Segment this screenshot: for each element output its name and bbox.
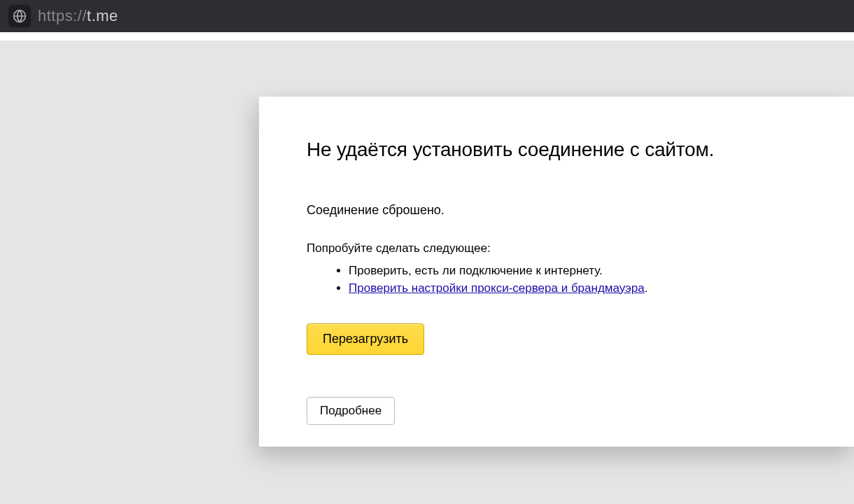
list-item: Проверить, есть ли подключение к интерне…: [349, 262, 812, 280]
site-info-button[interactable]: [8, 5, 31, 27]
error-subtitle: Соединение сброшено.: [307, 203, 812, 218]
error-title: Не удаётся установить соединение с сайто…: [307, 139, 812, 161]
url-display[interactable]: https://t.me: [38, 7, 118, 25]
top-strip: [0, 32, 854, 41]
content-area: Не удаётся установить соединение с сайто…: [0, 41, 854, 504]
error-instructions: Попробуйте сделать следующее:: [307, 241, 812, 255]
list-item-suffix: .: [645, 281, 648, 295]
reload-button[interactable]: Перезагрузить: [307, 323, 424, 355]
error-card: Не удаётся установить соединение с сайто…: [259, 97, 854, 447]
details-button[interactable]: Подробнее: [307, 397, 395, 425]
globe-icon: [13, 9, 27, 23]
error-list: Проверить, есть ли подключение к интерне…: [307, 262, 812, 297]
address-bar[interactable]: https://t.me: [0, 0, 854, 32]
url-host: t.me: [87, 7, 118, 24]
list-item: Проверить настройки прокси-сервера и бра…: [349, 280, 812, 298]
proxy-firewall-link[interactable]: Проверить настройки прокси-сервера и бра…: [349, 281, 645, 295]
url-scheme: https://: [38, 7, 87, 24]
